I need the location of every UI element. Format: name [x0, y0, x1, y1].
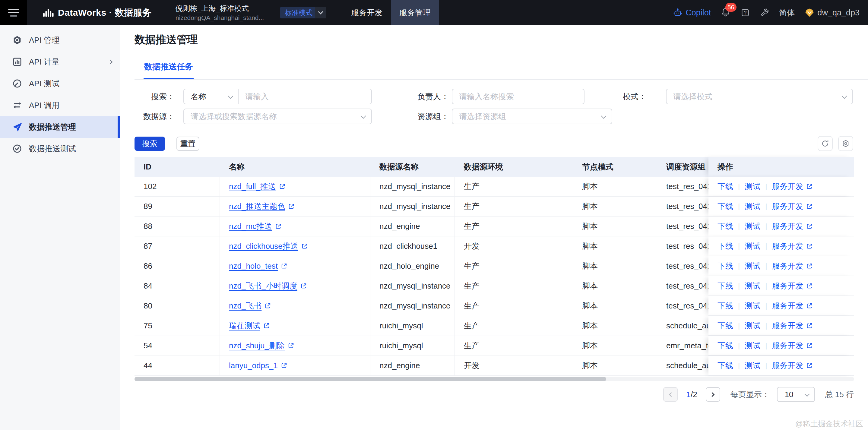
test-link[interactable]: 测试 [745, 301, 760, 311]
nav-tab-service-dev[interactable]: 服务开发 [343, 0, 391, 25]
search-type-select[interactable]: 名称 [184, 89, 239, 104]
offline-link[interactable]: 下线 [717, 281, 733, 291]
cell-actions: 下线 | 测试 | 服务开发 [709, 316, 854, 336]
help-icon[interactable]: ? [740, 8, 750, 18]
datasource-select[interactable]: 请选择或搜索数据源名称 [183, 109, 372, 124]
offline-link[interactable]: 下线 [717, 241, 733, 251]
sidebar-item-api-manage[interactable]: API 管理 [0, 29, 120, 51]
sidebar-item-data-push-manage[interactable]: 数据推送管理 [0, 116, 120, 138]
action-separator: | [738, 262, 740, 270]
service-dev-link[interactable]: 服务开发 [772, 201, 813, 212]
test-link[interactable]: 测试 [745, 181, 760, 192]
username: dw_qa_dp3 [817, 8, 860, 18]
service-dev-link[interactable]: 服务开发 [772, 181, 813, 192]
column-settings-button[interactable] [838, 136, 853, 151]
offline-link[interactable]: 下线 [717, 181, 733, 192]
test-link[interactable]: 测试 [745, 320, 760, 331]
search-button[interactable]: 搜索 [134, 136, 165, 151]
offline-link[interactable]: 下线 [717, 221, 733, 232]
task-name-link[interactable]: nzd_推送主题色 [229, 201, 294, 212]
cell-name: nzd_推送主题色 [220, 196, 370, 216]
sidebar-item-api-metering[interactable]: API 计量 [0, 51, 120, 73]
scrollbar-thumb[interactable] [134, 377, 606, 381]
task-name-link[interactable]: nzd_holo_test [229, 262, 287, 271]
search-label: 搜索： [120, 89, 175, 104]
cell-datasource: nzd_engine [370, 356, 455, 375]
brand-title: DataWorks · 数据服务 [58, 7, 152, 19]
swap-arrows-icon [12, 100, 22, 111]
offline-link[interactable]: 下线 [717, 201, 733, 212]
task-name-link[interactable]: nzd_full_推送 [229, 181, 286, 192]
user-menu[interactable]: dw_qa_dp3 [804, 7, 860, 18]
sidebar-item-label: API 计量 [29, 57, 59, 67]
service-dev-link[interactable]: 服务开发 [772, 301, 813, 311]
copilot-button[interactable]: Copilot [673, 8, 711, 18]
notifications-button[interactable]: 56 [720, 7, 731, 19]
owner-input[interactable] [453, 89, 584, 104]
resource-group-select[interactable]: 请选择资源组 [452, 109, 612, 124]
cell-env: 开发 [455, 356, 573, 375]
task-name-link[interactable]: nzd_mc推送 [229, 221, 282, 232]
cell-node-mode: 脚本 [573, 316, 657, 336]
table-row: 84 nzd_飞书_小时调度 nzd_mysql_instance 生产 脚本 … [134, 276, 854, 296]
cell-resource-group: schedule_auto [657, 316, 709, 336]
task-name-link[interactable]: 瑞茌测试 [229, 320, 270, 331]
sidebar-item-api-call[interactable]: API 调用 [0, 94, 120, 116]
cell-id: 80 [134, 296, 220, 316]
service-dev-link[interactable]: 服务开发 [772, 281, 813, 291]
check-circle-icon [12, 144, 22, 154]
action-separator: | [765, 262, 767, 270]
cell-node-mode: 脚本 [573, 196, 657, 216]
mode-placeholder: 请选择模式 [666, 91, 712, 102]
cell-name: nzd_shuju_删除 [220, 336, 370, 356]
page-indicator: 1/2 [686, 390, 697, 399]
nav-tab-service-manage[interactable]: 服务管理 [391, 0, 439, 25]
search-input[interactable] [239, 89, 371, 104]
task-name-link[interactable]: nzd_shuju_删除 [229, 340, 294, 351]
language-switch[interactable]: 简体 [779, 7, 795, 18]
task-name-link[interactable]: nzd_飞书_小时调度 [229, 281, 307, 291]
test-link[interactable]: 测试 [745, 221, 760, 232]
cell-node-mode: 脚本 [573, 276, 657, 296]
offline-link[interactable]: 下线 [717, 261, 733, 271]
prev-page-button[interactable] [663, 387, 678, 402]
task-name-link[interactable]: nzd_clickhouse推送 [229, 241, 308, 251]
task-name-link[interactable]: lanyu_odps_1 [229, 361, 287, 370]
workspace-mode-badge[interactable]: 标准模式 [280, 7, 317, 19]
workspace-switcher-button[interactable] [315, 7, 326, 19]
wrench-icon[interactable] [760, 8, 769, 18]
cell-node-mode: 脚本 [573, 296, 657, 316]
offline-link[interactable]: 下线 [717, 360, 733, 371]
test-link[interactable]: 测试 [745, 340, 760, 351]
test-link[interactable]: 测试 [745, 281, 760, 291]
action-separator: | [765, 242, 767, 250]
service-dev-link[interactable]: 服务开发 [772, 340, 813, 351]
offline-link[interactable]: 下线 [717, 340, 733, 351]
cell-name: lanyu_odps_1 [220, 356, 370, 375]
sidebar-item-api-test[interactable]: API 测试 [0, 73, 120, 94]
service-dev-link[interactable]: 服务开发 [772, 261, 813, 271]
sidebar-item-data-push-test[interactable]: 数据推送测试 [0, 138, 120, 159]
col-header-name: 名称 [220, 157, 370, 177]
refresh-button[interactable] [818, 136, 833, 151]
offline-link[interactable]: 下线 [717, 301, 733, 311]
col-header-node-mode: 节点模式 [573, 157, 657, 177]
workspace-info[interactable]: 倪则栋_上海_标准模式 nizedongQA_shanghai_stand... [176, 4, 279, 22]
test-link[interactable]: 测试 [745, 360, 760, 371]
reset-button[interactable]: 重置 [177, 136, 199, 151]
offline-link[interactable]: 下线 [717, 320, 733, 331]
service-dev-link[interactable]: 服务开发 [772, 241, 813, 251]
tab-data-push-tasks[interactable]: 数据推送任务 [144, 56, 194, 79]
service-dev-link[interactable]: 服务开发 [772, 320, 813, 331]
service-dev-link[interactable]: 服务开发 [772, 221, 813, 232]
test-link[interactable]: 测试 [745, 241, 760, 251]
test-link[interactable]: 测试 [745, 261, 760, 271]
service-dev-link[interactable]: 服务开发 [772, 360, 813, 371]
action-separator: | [738, 242, 740, 250]
page-size-select[interactable]: 10 [777, 387, 815, 402]
next-page-button[interactable] [706, 387, 720, 402]
test-link[interactable]: 测试 [745, 201, 760, 212]
mode-select[interactable]: 请选择模式 [666, 89, 853, 104]
task-name-link[interactable]: nzd_飞书 [229, 301, 271, 311]
hamburger-menu-icon[interactable] [0, 0, 27, 25]
